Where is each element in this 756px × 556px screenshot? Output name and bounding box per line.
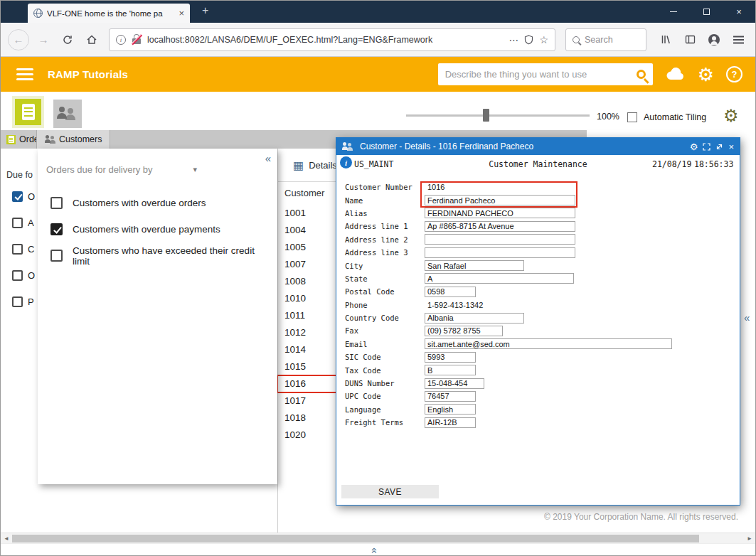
field-label: Tax Code	[345, 366, 425, 375]
hidden-filter-item[interactable]: P	[12, 296, 34, 307]
reload-button[interactable]	[58, 30, 78, 50]
close-icon: ×	[736, 6, 742, 17]
screen-time: 18:56:33	[694, 159, 733, 169]
field-label: Fax	[345, 326, 425, 335]
people-icon	[65, 108, 75, 120]
dialog-close-button[interactable]: ×	[728, 141, 734, 152]
app-search-input[interactable]	[445, 69, 631, 80]
library-button[interactable]	[656, 30, 676, 50]
dialog-tile-button[interactable]	[715, 143, 723, 151]
expand-up-chevron-icon[interactable]: «	[369, 547, 381, 553]
hidden-filter-item[interactable]: A	[12, 218, 34, 228]
scroll-right-icon[interactable]: ►	[744, 533, 755, 544]
sidebar-button[interactable]	[680, 30, 700, 50]
checkbox[interactable]	[12, 244, 23, 255]
tab-orders[interactable]: Orde	[1, 130, 37, 149]
dialog-titlebar[interactable]: Customer - Details - 1016 Ferdinand Pach…	[336, 138, 740, 155]
search-icon[interactable]	[637, 70, 646, 79]
info-icon[interactable]: i	[340, 156, 352, 169]
hamburger-icon	[16, 73, 33, 75]
dialog-settings-button[interactable]: ⚙	[690, 141, 698, 152]
field-input[interactable]	[425, 352, 476, 363]
help-button[interactable]: ?	[726, 66, 742, 82]
form-row: Email	[336, 338, 740, 351]
field-input[interactable]	[425, 404, 476, 415]
form-row: Address line 2	[336, 233, 740, 246]
field-input[interactable]	[425, 273, 574, 284]
dialog-expand-button[interactable]	[703, 143, 710, 151]
field-input[interactable]	[425, 260, 524, 271]
field-input[interactable]	[425, 221, 575, 232]
browser-search[interactable]	[565, 28, 646, 51]
checkbox[interactable]	[50, 197, 63, 209]
checkbox[interactable]	[12, 218, 23, 228]
automatic-tiling-checkbox[interactable]	[627, 112, 637, 122]
url-bar[interactable]: i localhost:8082/LANSA6/DEM/UF_OEXEC.htm…	[109, 28, 555, 51]
app-search[interactable]	[438, 63, 653, 85]
hidden-filter-item[interactable]: O	[12, 191, 35, 202]
checkbox[interactable]	[50, 250, 63, 262]
window-maximize-button[interactable]	[690, 1, 723, 23]
settings-button[interactable]: ⚙	[698, 65, 714, 84]
hidden-filter-item[interactable]: O	[12, 270, 35, 281]
orders-command-button[interactable]	[12, 96, 44, 128]
back-button[interactable]: ←	[8, 29, 29, 50]
app-title: RAMP Tutorials	[48, 68, 128, 80]
field-input[interactable]	[425, 365, 476, 375]
window-close-button[interactable]: ×	[723, 1, 755, 23]
shield-icon[interactable]	[524, 35, 533, 45]
checkbox-label: A	[28, 218, 34, 228]
field-input[interactable]	[425, 313, 524, 324]
cloud-icon	[666, 68, 685, 81]
customers-command-button[interactable]	[53, 100, 82, 128]
checkbox[interactable]	[12, 191, 23, 202]
field-input[interactable]	[425, 208, 575, 218]
filter-option[interactable]: Customers with overdue orders	[50, 190, 270, 216]
horizontal-scrollbar[interactable]: ◄ ►	[1, 533, 755, 543]
browser-search-input[interactable]	[585, 35, 634, 45]
save-button[interactable]: SAVE	[341, 485, 439, 498]
field-input[interactable]	[425, 247, 575, 258]
hidden-filter-item[interactable]: C	[12, 244, 34, 255]
field-input[interactable]	[425, 417, 476, 428]
checkbox[interactable]	[12, 270, 23, 281]
bookmark-star-icon[interactable]: ☆	[539, 34, 548, 46]
collapse-chevron-icon[interactable]: «	[265, 152, 271, 164]
filter-option[interactable]: Customers with overdue payments	[50, 216, 270, 242]
forward-button[interactable]: →	[33, 30, 53, 50]
tab-close-icon[interactable]: ×	[179, 8, 184, 18]
field-input[interactable]	[425, 195, 575, 205]
home-button[interactable]	[82, 30, 102, 50]
field-label: Address line 1	[345, 222, 425, 230]
info-icon[interactable]: i	[116, 35, 126, 45]
checkbox[interactable]	[50, 223, 63, 235]
url-text[interactable]: localhost:8082/LANSA6/DEM/UF_OEXEC.html?…	[147, 35, 503, 45]
new-tab-button[interactable]: +	[202, 4, 208, 17]
window-minimize-button[interactable]	[657, 1, 690, 23]
field-label: Phone	[345, 301, 425, 309]
browser-tab[interactable]: VLF-ONE home is the 'home pa ×	[28, 4, 190, 23]
zoom-slider-handle[interactable]	[483, 109, 489, 122]
filter-option[interactable]: Customers who have exceeded their credit…	[50, 242, 270, 269]
delivery-date-dropdown[interactable]: Orders due for delivery by ▾	[46, 159, 197, 179]
app-menu-button[interactable]	[14, 73, 36, 75]
checkbox[interactable]	[12, 296, 23, 307]
field-input[interactable]	[425, 326, 503, 336]
field-input[interactable]	[425, 287, 476, 297]
field-input[interactable]	[425, 234, 575, 245]
account-button[interactable]	[704, 30, 724, 50]
scroll-left-icon[interactable]: ◄	[1, 533, 12, 544]
tab-customers[interactable]: Customers	[37, 130, 110, 149]
globe-favicon-icon	[33, 9, 43, 18]
insecure-lock-icon[interactable]	[132, 34, 142, 45]
zoom-slider[interactable]	[406, 114, 590, 117]
field-input[interactable]	[425, 391, 476, 402]
cloud-button[interactable]	[666, 68, 685, 81]
collapse-chevron-icon[interactable]: «	[744, 311, 750, 324]
page-actions-icon[interactable]: ⋯	[509, 34, 518, 46]
field-input[interactable]	[425, 378, 484, 389]
browser-menu-button[interactable]	[728, 30, 748, 50]
tiling-settings-button[interactable]: ⚙	[723, 106, 739, 126]
scrollbar-thumb[interactable]	[12, 535, 699, 542]
field-input[interactable]	[425, 338, 672, 349]
